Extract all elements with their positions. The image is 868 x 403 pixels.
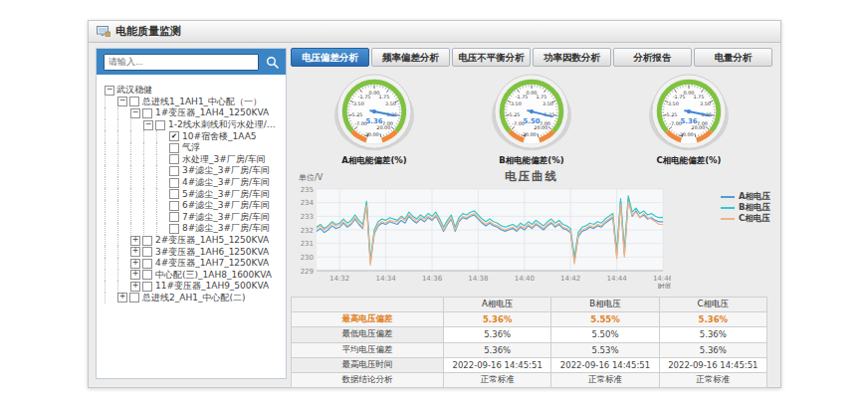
- tree-guide: [130, 130, 143, 142]
- tree-item[interactable]: 气浮: [105, 142, 284, 154]
- tree-guide: [105, 235, 117, 247]
- tree-item[interactable]: −1-2线水刺线和污水处理/滤尘_1.: [105, 119, 284, 131]
- tree-guide: [156, 154, 169, 166]
- legend-item[interactable]: B相电压: [721, 202, 770, 213]
- tree-item[interactable]: +11#变压器_1AH9_500KVA: [105, 281, 284, 293]
- expand-icon[interactable]: +: [130, 236, 140, 246]
- tree-guide: [130, 119, 143, 131]
- tree-item[interactable]: 7#滤尘_3#厂房/车间: [105, 212, 284, 224]
- monitor-icon: [97, 26, 110, 37]
- tab-1[interactable]: 电压偏差分析: [291, 48, 369, 67]
- tree-item-label: 7#滤尘_3#厂房/车间: [182, 212, 270, 224]
- tree-item[interactable]: −总进线1_1AH1_中心配（一）: [105, 97, 284, 108]
- tree-checkbox[interactable]: [142, 259, 152, 269]
- tree-checkbox[interactable]: [169, 143, 179, 153]
- tree-item[interactable]: −1#变压器_1AH4_1250KVA: [105, 107, 284, 119]
- tree-checkbox[interactable]: [169, 224, 179, 234]
- tree-item[interactable]: 8#滤尘_3#厂房/车间: [105, 223, 284, 235]
- tree-checkbox[interactable]: [169, 178, 179, 188]
- svg-text:14:32: 14:32: [329, 275, 349, 283]
- tab-6[interactable]: 电量分析: [694, 48, 772, 67]
- tree-guide: [117, 200, 130, 212]
- svg-text:-5.25: -5.25: [508, 111, 521, 117]
- tree-item[interactable]: +2#变压器_1AH5_1250KVA: [105, 235, 284, 247]
- tree-guide: [143, 154, 156, 166]
- svg-text:14:44: 14:44: [607, 275, 628, 283]
- svg-text:229: 229: [301, 268, 314, 276]
- column-header: B相电压: [551, 298, 659, 312]
- tree-item[interactable]: 5#滤尘_3#厂房/车间: [105, 188, 284, 200]
- svg-text:-3.50: -3.50: [509, 101, 522, 106]
- tree-checkbox[interactable]: [169, 201, 179, 211]
- cell: 5.55%: [551, 312, 659, 327]
- legend-item[interactable]: A相电压: [721, 191, 770, 202]
- gauge-a-phase: 0.001.75-1.753.50-3.505.25-5.257.00-7.00…: [310, 73, 439, 167]
- tree-item[interactable]: +4#变压器_1AH7_1250KVA: [105, 258, 284, 270]
- tree-checkbox[interactable]: [169, 166, 179, 176]
- search-icon[interactable]: [266, 56, 279, 69]
- cell: 2022-09-16 14:45:51: [551, 357, 659, 372]
- svg-text:14:38: 14:38: [468, 275, 488, 283]
- sidebar: −武汉稳健−总进线1_1AH1_中心配（一）−1#变压器_1AH4_1250KV…: [96, 48, 287, 379]
- expand-icon[interactable]: +: [130, 247, 140, 257]
- table-row: 最低电压偏差5.36%5.50%5.36%: [292, 327, 767, 342]
- voltage-chart-section: 单位/V 电压曲线 22923023123223323423514:3214:3…: [291, 169, 772, 293]
- search-input[interactable]: [104, 54, 259, 71]
- tree-checkbox[interactable]: [142, 247, 152, 257]
- cell: 5.36%: [659, 342, 766, 357]
- tree-item[interactable]: 水处理_3#厂房/车间: [105, 154, 284, 166]
- tree-checkbox[interactable]: [169, 154, 179, 164]
- tree-item[interactable]: +3#变压器_1AH6_1250KVA: [105, 246, 284, 258]
- collapse-icon[interactable]: −: [130, 108, 140, 118]
- tree-item[interactable]: 3#滤尘_3#厂房/车间: [105, 165, 284, 177]
- tree-checkbox[interactable]: ✔: [169, 131, 179, 141]
- cell: 5.36%: [444, 342, 551, 357]
- tree-guide: [105, 165, 117, 177]
- tree-item[interactable]: 6#滤尘_3#厂房/车间: [105, 200, 284, 212]
- tab-3[interactable]: 电压不平衡分析: [452, 48, 531, 67]
- expand-icon[interactable]: +: [130, 270, 140, 280]
- tree-item-label: 总进线2_AH1_中心配(二): [142, 293, 245, 304]
- tree-guide: [105, 188, 117, 200]
- tree-item[interactable]: ✔10#宿舍楼_1AA5: [105, 130, 284, 142]
- row-label: 平均电压偏差: [292, 342, 444, 357]
- tree-guide: [156, 212, 169, 224]
- svg-text:233: 233: [301, 213, 314, 221]
- table-row: 数据结论分析正常标准正常标准正常标准: [292, 372, 767, 387]
- tree-checkbox[interactable]: [155, 120, 165, 130]
- svg-text:3.50: 3.50: [385, 101, 396, 106]
- tab-4[interactable]: 功率因数分析: [533, 48, 611, 67]
- collapse-icon[interactable]: −: [117, 97, 127, 106]
- tree-item-label: 5#滤尘_3#厂房/车间: [182, 188, 270, 200]
- tree-checkbox[interactable]: [142, 108, 152, 118]
- tree-checkbox[interactable]: [129, 97, 139, 106]
- collapse-icon[interactable]: −: [105, 86, 114, 96]
- tab-5[interactable]: 分析报告: [613, 48, 692, 67]
- tree-checkbox[interactable]: [142, 270, 152, 280]
- tree-checkbox[interactable]: [142, 282, 152, 292]
- tree-guide: [156, 223, 169, 235]
- expand-icon[interactable]: +: [130, 282, 140, 292]
- tree-item-label: 6#滤尘_3#厂房/车间: [182, 200, 270, 212]
- tree-guide: [130, 188, 143, 200]
- tree-checkbox[interactable]: [169, 212, 179, 222]
- tree-item[interactable]: +总进线2_AH1_中心配(二): [105, 293, 284, 304]
- expand-icon[interactable]: +: [117, 293, 127, 302]
- cell: 正常标准: [551, 372, 659, 387]
- tree-guide: [105, 97, 117, 108]
- tree-guide: [105, 258, 117, 270]
- legend-item[interactable]: C相电压: [721, 213, 770, 224]
- collapse-icon[interactable]: −: [143, 120, 153, 130]
- tree-item[interactable]: +中心配(三)_1AH8_1600KVA: [105, 270, 284, 282]
- tree-checkbox[interactable]: [169, 189, 179, 199]
- main-panel: 电压偏差分析频率偏差分析电压不平衡分析功率因数分析分析报告电量分析 0.001.…: [291, 48, 772, 380]
- expand-icon[interactable]: +: [130, 259, 140, 269]
- tree-item[interactable]: −武汉稳健: [105, 85, 284, 97]
- svg-text:235: 235: [301, 186, 314, 194]
- tree-item[interactable]: 4#滤尘_3#厂房/车间: [105, 177, 284, 189]
- tree-checkbox[interactable]: [129, 293, 139, 302]
- tab-2[interactable]: 频率偏差分析: [371, 48, 450, 67]
- tab-bar: 电压偏差分析频率偏差分析电压不平衡分析功率因数分析分析报告电量分析: [291, 48, 772, 67]
- tree-guide: [117, 165, 130, 177]
- tree-checkbox[interactable]: [142, 236, 152, 246]
